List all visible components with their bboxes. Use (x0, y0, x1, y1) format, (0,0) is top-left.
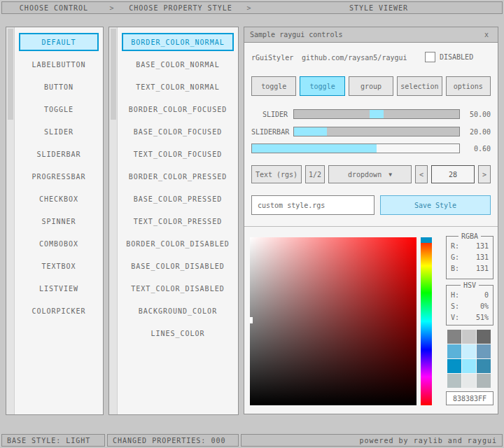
close-icon[interactable]: x (481, 29, 492, 41)
slider-track[interactable] (293, 109, 460, 119)
hsv-groupbox: HSV H:0 S:0% V:51% (446, 285, 493, 326)
toggle-button-active[interactable]: toggle (300, 76, 344, 96)
style-color-swatch[interactable] (477, 330, 491, 344)
style-color-swatch[interactable] (447, 330, 461, 344)
toggle-button[interactable]: toggle (251, 76, 296, 96)
property-item[interactable]: BASE_COLOR_NORMAL (122, 55, 234, 74)
toggle-button[interactable]: selection (397, 76, 442, 96)
sliderbar-value: 20.00 (460, 128, 491, 136)
chevron-right-icon: > (243, 4, 255, 12)
list-item-spinner[interactable]: SPINNER (19, 212, 99, 230)
progressbar-track (251, 144, 460, 153)
style-color-swatch[interactable] (477, 359, 491, 373)
misc-controls-row: Text (rgs) 1/2 dropdown ▼ < 28 > (251, 165, 491, 183)
chevron-down-icon: ▼ (388, 172, 392, 178)
style-color-swatch[interactable] (462, 330, 476, 344)
style-color-swatch[interactable] (447, 344, 461, 358)
slider-knob[interactable] (370, 110, 384, 118)
list-item-button[interactable]: BUTTON (19, 78, 99, 96)
property-item[interactable]: BACKGROUND_COLOR (122, 302, 234, 320)
style-color-swatch[interactable] (462, 359, 476, 373)
property-item[interactable]: LINES_COLOR (122, 324, 234, 342)
style-viewer-window: Sample raygui controls x rGuiStyler gith… (244, 27, 498, 414)
list-item-default[interactable]: DEFAULT (19, 33, 99, 51)
properties-list-panel: BORDER_COLOR_NORMAL BASE_COLOR_NORMAL TE… (108, 27, 239, 415)
style-color-swatch[interactable] (477, 374, 491, 388)
list-item-sliderbar[interactable]: SLIDERBAR (19, 145, 99, 163)
property-item[interactable]: BORDER_COLOR_PRESSED (122, 167, 234, 186)
sliderbar-track[interactable] (293, 127, 460, 136)
list-item-slider[interactable]: SLIDER (19, 122, 99, 141)
list-item-combobox[interactable]: COMBOBOX (19, 234, 99, 253)
properties-scrollbar[interactable] (109, 27, 118, 414)
sliderbar-fill (294, 127, 327, 136)
color-cursor[interactable] (250, 317, 253, 323)
status-base-style: BASE STYLE: LIGHT (1, 434, 105, 447)
hsv-v-value: 51% (476, 312, 489, 323)
section-divider (244, 226, 498, 227)
style-color-swatch[interactable] (477, 344, 491, 358)
save-row: Save Style (251, 195, 491, 215)
status-credits: powered by raylib and raygui (241, 434, 503, 447)
rgba-groupbox: RGBA R:131 G:131 B:131 (446, 236, 493, 279)
property-item[interactable]: BASE_COLOR_FOCUSED (122, 122, 234, 141)
property-item[interactable]: TEXT_COLOR_NORMAL (122, 78, 234, 96)
spinner-value-box[interactable]: 28 (431, 165, 475, 183)
disabled-checkbox-group[interactable]: DISABLED (425, 50, 473, 63)
property-item[interactable]: BORDER_COLOR_FOCUSED (122, 100, 234, 118)
list-item-checkbox[interactable]: CHECKBOX (19, 190, 99, 208)
property-item[interactable]: BORDER_COLOR_DISABLED (122, 234, 234, 253)
list-item-progressbar[interactable]: PROGRESSBAR (19, 167, 99, 186)
list-item-colorpicker[interactable]: COLORPICKER (19, 302, 99, 320)
style-color-swatch[interactable] (447, 359, 461, 373)
hue-handle[interactable] (421, 237, 432, 243)
style-color-grid (447, 330, 491, 388)
text-rgs-button[interactable]: Text (rgs) (251, 165, 302, 183)
app-name-label: rGuiStyler (251, 54, 293, 62)
hue-bar[interactable] (421, 237, 432, 405)
style-color-swatch[interactable] (462, 374, 476, 388)
list-item-listview[interactable]: LISTVIEW (19, 279, 99, 298)
dropdown-label: dropdown (348, 171, 382, 178)
color-saturation-value-panel[interactable] (250, 237, 416, 405)
scrollbar-thumb[interactable] (8, 29, 13, 120)
filename-input[interactable] (251, 195, 374, 215)
property-item[interactable]: TEXT_COLOR_FOCUSED (122, 145, 234, 163)
property-item[interactable]: BORDER_COLOR_NORMAL (122, 33, 234, 51)
disabled-checkbox-label: DISABLED (440, 53, 473, 61)
step-choose-control: CHOOSE CONTROL (2, 4, 106, 12)
rgba-b-value: 131 (476, 263, 489, 274)
scrollbar-thumb[interactable] (111, 29, 116, 120)
controls-scrollbar[interactable] (6, 27, 15, 414)
property-item[interactable]: TEXT_COLOR_PRESSED (122, 212, 234, 230)
style-color-swatch[interactable] (462, 344, 476, 358)
save-style-button[interactable]: Save Style (380, 195, 491, 215)
spinner-increment-button[interactable]: > (478, 165, 491, 183)
repo-link[interactable]: github.com/raysan5/raygui (302, 54, 407, 62)
toggle-button[interactable]: group (349, 76, 393, 96)
list-item-labelbutton[interactable]: LABELBUTTON (19, 55, 99, 74)
style-color-swatch[interactable] (447, 374, 461, 388)
chevron-right-icon: > (106, 4, 118, 12)
disabled-checkbox[interactable] (425, 52, 435, 62)
list-item-toggle[interactable]: TOGGLE (19, 100, 99, 118)
list-item-textbox[interactable]: TEXTBOX (19, 257, 99, 275)
dropdown-box[interactable]: dropdown ▼ (328, 165, 412, 183)
window-titlebar[interactable]: Sample raygui controls x (244, 27, 498, 43)
property-item[interactable]: BASE_COLOR_PRESSED (122, 190, 234, 208)
rgba-g-label: G: (451, 252, 459, 263)
progressbar-row: 0.60 (251, 144, 491, 153)
step-choose-property-style: CHOOSE PROPERTY STYLE (118, 4, 243, 12)
hsv-title: HSV (461, 281, 479, 289)
rgba-b-label: B: (451, 263, 459, 274)
property-item[interactable]: BASE_COLOR_DISABLED (122, 257, 234, 275)
sliderbar-label: SLIDERBAR (251, 128, 293, 136)
toggle-button[interactable]: options (446, 76, 491, 96)
spinner-decrement-button[interactable]: < (415, 165, 428, 183)
breadcrumb: CHOOSE CONTROL > CHOOSE PROPERTY STYLE >… (1, 1, 503, 14)
hex-color-textbox[interactable]: 838383FF (446, 391, 493, 405)
property-item[interactable]: TEXT_COLOR_DISABLED (122, 279, 234, 298)
half-button[interactable]: 1/2 (305, 165, 325, 183)
window-title: Sample raygui controls (250, 31, 481, 38)
status-changed-properties: CHANGED PROPERTIES: 000 (107, 434, 239, 447)
